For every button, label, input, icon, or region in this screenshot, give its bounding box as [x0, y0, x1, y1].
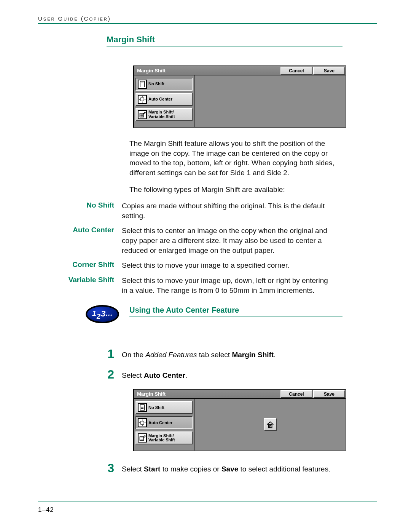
step-1: 1 On the Added Features tab select Margi…	[38, 348, 377, 360]
margin-shift-icon	[138, 433, 147, 443]
types-paragraph: The following types of Margin Shift are …	[129, 185, 342, 195]
dialog-body: No ShiftAuto CenterMargin Shift/ Variabl…	[134, 75, 346, 127]
page-number: 1–42	[38, 506, 54, 513]
definition-list: No Shift Copies are made without shiftin…	[38, 201, 377, 295]
step-3: 3 Select Start to make copies or Save to…	[38, 462, 377, 474]
option-no[interactable]: No Shift	[135, 401, 193, 414]
svg-rect-9	[141, 421, 144, 424]
dialog-title: Margin Shift	[134, 390, 280, 398]
page-header: User Guide (Copier)	[38, 15, 377, 24]
save-button[interactable]: Save	[313, 390, 345, 398]
preview-house-icon	[264, 418, 277, 431]
dialog-title: Margin Shift	[134, 66, 280, 75]
intro-paragraph: The Margin Shift feature allows you to s…	[129, 139, 342, 178]
option-label: Auto Center	[148, 421, 172, 425]
definition-row: Corner Shift Select this to move your im…	[38, 260, 377, 270]
document-icon	[138, 80, 147, 89]
option-label: Margin Shift/ Variable Shift	[148, 110, 175, 119]
dialog-preview	[195, 75, 346, 127]
definition-row: Variable Shift Select this to move your …	[38, 276, 377, 295]
option-label: No Shift	[148, 406, 164, 410]
definition-row: Auto Center Select this to center an ima…	[38, 226, 377, 255]
dialog-body: No ShiftAuto CenterMargin Shift/ Variabl…	[134, 399, 346, 451]
cancel-button[interactable]: Cancel	[280, 67, 312, 75]
step-number: 3	[38, 462, 122, 474]
definition-desc: Copies are made without shifting the ori…	[122, 201, 335, 220]
definition-term: Corner Shift	[38, 260, 122, 270]
auto-center-icon	[138, 95, 147, 104]
option-no[interactable]: No Shift	[135, 78, 193, 91]
definition-term: Variable Shift	[38, 276, 122, 295]
auto-center-icon	[138, 418, 147, 427]
dialog-preview	[195, 399, 346, 451]
section-title: Margin Shift	[107, 35, 342, 46]
step-body: On the Added Features tab select Margin …	[122, 348, 335, 360]
subsection-title: Using the Auto Center Feature	[129, 306, 342, 316]
option-margin[interactable]: Margin Shift/ Variable Shift	[135, 431, 193, 444]
option-auto[interactable]: Auto Center	[135, 416, 193, 429]
dialog-options: No ShiftAuto CenterMargin Shift/ Variabl…	[134, 399, 195, 451]
definition-term: No Shift	[38, 201, 122, 220]
header-left: User Guide (Copier)	[38, 15, 111, 22]
svg-rect-18	[268, 425, 272, 428]
definition-row: No Shift Copies are made without shiftin…	[38, 201, 377, 220]
definition-term: Auto Center	[38, 226, 122, 255]
page-footer: 1–42	[38, 502, 377, 514]
definition-desc: Select this to center an image on the co…	[122, 226, 335, 255]
dialog-header: Margin Shift Cancel Save	[134, 66, 346, 75]
steps-123-icon: 123...	[86, 305, 119, 323]
option-label: Auto Center	[148, 97, 172, 102]
definition-desc: Select this to move your image up, down,…	[122, 276, 335, 295]
cancel-button[interactable]: Cancel	[280, 390, 312, 398]
option-auto[interactable]: Auto Center	[135, 93, 193, 106]
option-label: Margin Shift/ Variable Shift	[148, 434, 175, 443]
step-body: Select Start to make copies or Save to s…	[122, 462, 335, 474]
save-button[interactable]: Save	[313, 67, 345, 75]
margin-shift-icon	[138, 110, 147, 119]
svg-rect-0	[141, 98, 144, 101]
option-label: No Shift	[148, 82, 164, 86]
step-number: 1	[38, 348, 122, 360]
margin-shift-dialog-1: Margin Shift Cancel Save No ShiftAuto Ce…	[133, 66, 346, 128]
dialog-header: Margin Shift Cancel Save	[134, 390, 346, 399]
definition-desc: Select this to move your image to a spec…	[122, 260, 335, 270]
margin-shift-dialog-2: Margin Shift Cancel Save No ShiftAuto Ce…	[133, 389, 346, 451]
option-margin[interactable]: Margin Shift/ Variable Shift	[135, 108, 193, 121]
dialog-options: No ShiftAuto CenterMargin Shift/ Variabl…	[134, 75, 195, 127]
step-body: Select Auto Center.	[122, 368, 335, 380]
document-icon	[138, 403, 147, 412]
step-number: 2	[38, 368, 122, 380]
step-2: 2 Select Auto Center.	[38, 368, 377, 380]
